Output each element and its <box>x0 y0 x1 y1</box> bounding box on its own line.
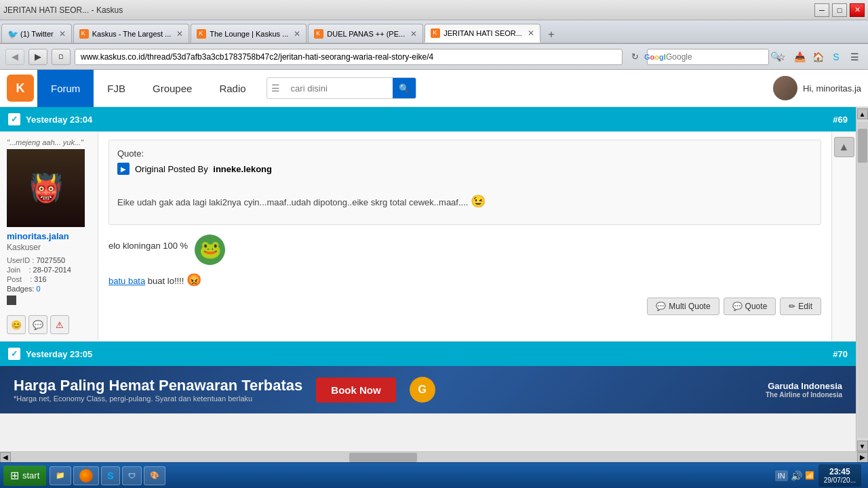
scroll-left-button[interactable]: ◀ <box>0 452 11 463</box>
multi-quote-button[interactable]: 💬 Multi Quote <box>647 298 719 315</box>
tab-duel-close[interactable]: ✕ <box>410 29 417 39</box>
ad-brand: Garuda Indonesia <box>768 381 842 391</box>
page-content: K Forum FJB Groupee Radio ☰ <box>0 70 868 462</box>
report-button[interactable]: ⚠ <box>50 315 69 334</box>
username-link[interactable]: minoritas.jalan <box>7 231 91 241</box>
taskbar-security[interactable]: 🛡 <box>122 466 142 485</box>
ad-book-button[interactable]: Book Now <box>316 378 395 403</box>
nav-search-button[interactable]: 🔍 <box>393 77 416 99</box>
window-controls: ─ □ ✕ <box>814 3 865 17</box>
kaskus-logo[interactable]: K <box>7 75 34 102</box>
kaskus-nav: Forum FJB Groupee Radio <box>37 70 260 106</box>
google-icon: Google <box>651 51 663 63</box>
scroll-up-arrow[interactable]: ▲ <box>857 108 868 119</box>
nav-forum[interactable]: Forum <box>37 70 94 107</box>
post69-container: "...mejeng aah... yuk..." 👹 minoritas.ja… <box>0 131 856 342</box>
horizontal-scroll-thumb <box>349 453 417 462</box>
post-content-area: elo kloningan 100 % 🐸 batu bata buat lo!… <box>108 235 821 290</box>
taskbar-skype[interactable]: S <box>101 466 119 485</box>
ad-banner: Harga Paling Hemat Penawaran Terbatas *H… <box>0 366 856 413</box>
quote-header: ▶ Original Posted By inneke.lekong <box>117 163 812 175</box>
frog-emoji-img: 🐸 <box>195 235 225 265</box>
tab-twitter-label: (1) Twitter <box>20 30 54 38</box>
quote-content-text: Eike udah gak ada lagi laki2nya cyin...m… <box>117 193 468 211</box>
post69-body: Quote: ▶ Original Posted By inneke.lekon… <box>98 131 831 341</box>
nav-groupee[interactable]: Groupee <box>139 70 205 107</box>
nav-search-bar: ☰ 🔍 <box>267 77 416 99</box>
minimize-button[interactable]: ─ <box>814 3 829 17</box>
post70-number: #70 <box>833 349 848 359</box>
tab-kaskus1[interactable]: K Kaskus - The Largest ... ✕ <box>73 24 190 43</box>
address-input[interactable] <box>75 49 623 65</box>
start-button[interactable]: ⊞ start <box>3 466 46 486</box>
address-bar: ◀ ▶ 🗋 ↻ Google 🔍 ☆ 📥 🏠 S ☰ <box>0 44 868 70</box>
star-icon[interactable]: ☆ <box>773 49 789 65</box>
search-input[interactable] <box>666 52 768 62</box>
taskbar-file-explorer[interactable]: 📁 <box>50 466 71 485</box>
nav-list-icon: ☰ <box>267 83 284 94</box>
nav-search-input[interactable] <box>284 83 393 94</box>
skype-taskbar-icon: S <box>107 470 113 481</box>
main-column: ✓ Yesterday 23:04 #69 "...mejeng aah... … <box>0 107 856 451</box>
tab-duel[interactable]: K DUEL PANAS ++ (PE... ✕ <box>308 24 423 43</box>
tab-kaskus1-close[interactable]: ✕ <box>176 29 183 39</box>
forward-button[interactable]: ▶ <box>28 49 47 65</box>
batu-bata-link[interactable]: batu bata <box>108 276 145 286</box>
taskbar-paint[interactable]: 🎨 <box>144 466 165 485</box>
tab-thelounge-close[interactable]: ✕ <box>294 29 300 39</box>
nav-search-icon: 🔍 <box>399 83 410 94</box>
tab-jeritan-close[interactable]: ✕ <box>528 28 534 38</box>
taskbar-firefox[interactable] <box>73 466 99 485</box>
scroll-track[interactable] <box>857 122 868 438</box>
wink-emoji: 😉 <box>471 195 486 208</box>
edit-button[interactable]: ✏ Edit <box>780 298 821 315</box>
nav-radio[interactable]: Radio <box>205 70 259 107</box>
post69-number: #69 <box>833 115 848 125</box>
tab-thelounge[interactable]: K The Lounge | Kaskus ... ✕ <box>191 24 307 43</box>
kaskus1-favicon: K <box>79 29 89 39</box>
back-button[interactable]: ◀ <box>5 49 24 65</box>
chat-icon: 💬 <box>656 302 666 311</box>
user-greeting: Hi, minoritas.ja <box>803 83 861 94</box>
menu-icon[interactable]: ☰ <box>846 49 863 65</box>
scroll-right-button[interactable]: ▶ <box>857 452 868 463</box>
network-icon: 📶 <box>805 471 814 480</box>
ad-sub-text: *Harga net, Economy Class, pergi-pulang.… <box>14 394 302 403</box>
volume-icon[interactable]: 🔊 <box>791 470 802 481</box>
forum-body: ✓ Yesterday 23:04 #69 "...mejeng aah... … <box>0 107 868 451</box>
quote-button[interactable]: 💬 Quote <box>724 298 776 315</box>
user-join-row: Join : 28-07-2014 <box>7 266 91 274</box>
scroll-down-arrow[interactable]: ▼ <box>857 441 868 451</box>
taskbar-right: IN 🔊 📶 23:45 29/07/20... <box>775 464 865 487</box>
reply-button[interactable]: 💬 <box>28 315 47 334</box>
tab-twitter-close[interactable]: ✕ <box>59 29 66 39</box>
download-icon[interactable]: 📥 <box>791 49 808 65</box>
post-action-buttons: 💬 Multi Quote 💬 Quote ✏ Edit <box>108 298 821 315</box>
skype-icon[interactable]: S <box>828 49 844 65</box>
close-button[interactable]: ✕ <box>850 3 865 17</box>
user-avatar-large: 👹 <box>7 149 85 227</box>
maximize-button[interactable]: □ <box>832 3 847 17</box>
tab-twitter[interactable]: 🐦 (1) Twitter ✕ <box>1 24 72 43</box>
user-status-indicator <box>7 296 16 305</box>
refresh-button[interactable]: ↻ <box>627 49 643 65</box>
nav-fjb[interactable]: FJB <box>94 70 139 107</box>
windows-icon: ⊞ <box>10 469 19 482</box>
edit-icon: ✏ <box>789 302 795 311</box>
tab-jeritan[interactable]: K JERITAN HATI SEOR... ✕ <box>425 24 540 43</box>
new-tab-button[interactable]: + <box>542 26 561 43</box>
taskbar: ⊞ start 📁 S 🛡 🎨 IN 🔊 📶 <box>0 462 868 488</box>
emote-button[interactable]: 😊 <box>7 315 26 334</box>
quote-box: Quote: ▶ Original Posted By inneke.lekon… <box>108 140 821 225</box>
scroll-up-button[interactable]: ▲ <box>834 137 854 157</box>
ad-brand-sub: The Airline of Indonesia <box>766 391 842 399</box>
original-posted-by: Original Posted By inneke.lekong <box>135 164 272 174</box>
system-clock: 23:45 29/07/20... <box>818 464 861 487</box>
duel-favicon: K <box>314 29 323 39</box>
post-frog-row: elo kloningan 100 % 🐸 <box>108 235 821 265</box>
angry-emoji: 😡 <box>186 273 201 287</box>
jeritan-favicon: K <box>431 28 440 38</box>
home-icon[interactable]: 🏠 <box>810 49 826 65</box>
horizontal-scroll-track[interactable] <box>11 453 857 462</box>
thelounge-favicon: K <box>197 29 206 39</box>
